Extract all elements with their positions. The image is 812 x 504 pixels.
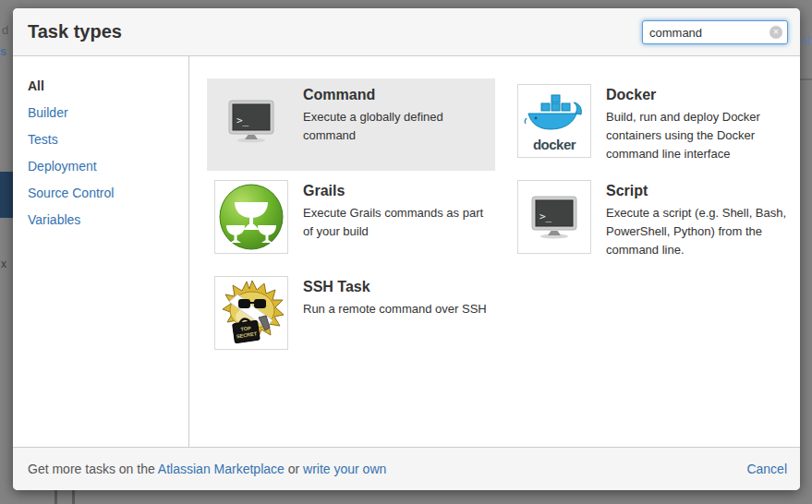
- clear-search-icon[interactable]: ×: [770, 26, 782, 39]
- terminal-monitor-icon: >_: [530, 195, 578, 239]
- background-divider-fragment: [800, 78, 812, 80]
- sidebar-item-variables[interactable]: Variables: [28, 212, 188, 239]
- task-search: ×: [642, 20, 788, 44]
- task-description: Execute a script (e.g. Shell, Bash, Powe…: [606, 204, 798, 259]
- docker-whale-icon: [523, 90, 586, 135]
- svg-text:>_: >_: [236, 114, 249, 126]
- task-title: SSH Task: [303, 279, 487, 295]
- task-description: Execute Grails commands as part of your …: [303, 204, 495, 241]
- cancel-button[interactable]: Cancel: [746, 462, 787, 476]
- docker-wordmark: docker: [523, 137, 586, 152]
- openssh-pufferfish-icon: TOP SECRET: [217, 279, 285, 347]
- terminal-monitor-icon: >_: [227, 99, 275, 143]
- sidebar-item-source-control[interactable]: Source Control: [28, 186, 188, 212]
- task-category-sidebar: All Builder Tests Deployment Source Cont…: [13, 56, 189, 447]
- sidebar-item-builder[interactable]: Builder: [28, 105, 188, 132]
- task-card-script[interactable]: >_ Script Execute a script (e.g. Shell, …: [510, 174, 798, 267]
- task-card-command[interactable]: >_ Command Execute a globally defined co…: [207, 78, 495, 171]
- sidebar-item-all[interactable]: All: [28, 78, 188, 105]
- background-text-fragment: x: [1, 258, 6, 270]
- docker-icon-box: docker: [517, 84, 591, 158]
- task-card-docker[interactable]: docker Docker Build, run and deploy Dock…: [510, 78, 798, 171]
- write-your-own-link[interactable]: write your own: [303, 462, 386, 476]
- atlassian-marketplace-link[interactable]: Atlassian Marketplace: [158, 462, 285, 476]
- task-title: Command: [303, 87, 495, 103]
- task-description: Build, run and deploy Docker containers …: [606, 108, 798, 163]
- task-card-ssh[interactable]: TOP SECRET SSH Task Run a remote command…: [207, 270, 495, 363]
- sidebar-item-tests[interactable]: Tests: [28, 132, 188, 159]
- dialog-footer: Get more tasks on the Atlassian Marketpl…: [13, 447, 800, 490]
- task-card-grails[interactable]: Grails Execute Grails commands as part o…: [207, 174, 495, 267]
- command-icon-box: >_: [214, 84, 288, 158]
- task-type-grid: >_ Command Execute a globally defined co…: [189, 56, 800, 447]
- footer-hint-text: Get more tasks on the Atlassian Marketpl…: [28, 462, 386, 476]
- dialog-header: Task types ×: [13, 8, 800, 56]
- background-text-fragment: d: [2, 23, 8, 37]
- task-title: Docker: [606, 87, 798, 103]
- task-description: Execute a globally defined command: [303, 108, 495, 145]
- script-icon-box: >_: [517, 180, 591, 254]
- svg-text:>_: >_: [539, 210, 552, 222]
- dialog-body: All Builder Tests Deployment Source Cont…: [13, 56, 800, 447]
- background-table-border-fragment: [72, 490, 75, 504]
- background-navy-panel-fragment: [0, 172, 13, 218]
- task-types-dialog: Task types × All Builder Tests Deploymen…: [13, 8, 800, 490]
- background-table-border-fragment: [55, 490, 57, 504]
- grails-trophy-icon: [217, 183, 285, 251]
- task-title: Grails: [303, 183, 495, 199]
- task-title: Script: [606, 183, 798, 199]
- sidebar-item-deployment[interactable]: Deployment: [28, 159, 188, 186]
- ssh-icon-box: TOP SECRET: [214, 276, 288, 350]
- task-search-input[interactable]: [642, 20, 788, 44]
- background-link-fragment: ab: [801, 34, 812, 47]
- task-description: Run a remote command over SSH: [303, 300, 487, 318]
- background-link-fragment: s: [0, 44, 6, 58]
- grails-icon-box: [214, 180, 288, 254]
